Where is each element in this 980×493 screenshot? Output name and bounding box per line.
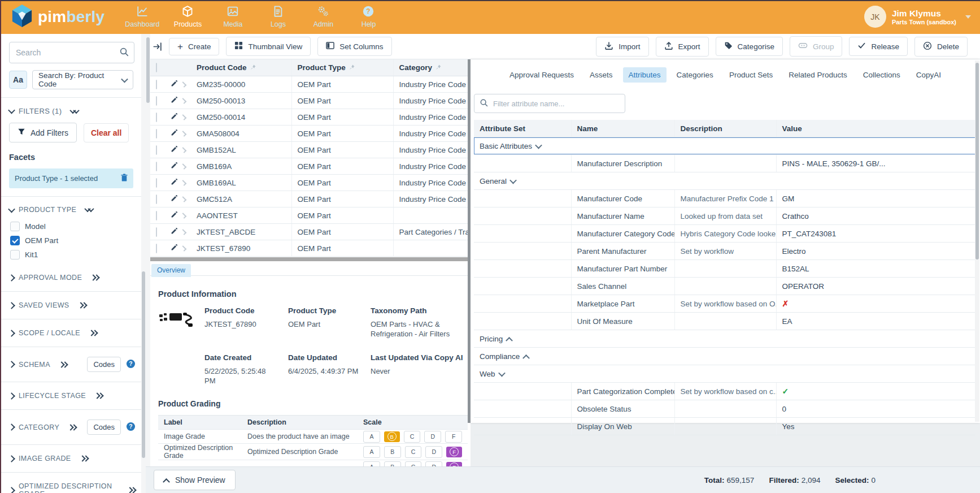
grade-c[interactable]: C [405,446,422,458]
help-icon[interactable]: ? [126,422,136,433]
search-input[interactable] [15,47,119,58]
tab-categories[interactable]: Categories [671,67,719,83]
product-code-cell[interactable]: GMC512A [191,191,291,207]
tab-attributes[interactable]: Attributes [623,67,667,83]
sidebar-section-approval-mode[interactable]: APPROVAL MODE [0,264,141,291]
attribute-row-manufacturer-part-number[interactable]: Manufacturer Part NumberB152AL [474,260,975,278]
expand-chevron-icon[interactable] [181,163,187,170]
attribute-row-marketplace-part[interactable]: Marketplace PartSet by workflow based on… [474,295,975,313]
thumbnail-view-button[interactable]: Thumbnail View [226,37,311,56]
search-icon[interactable] [119,47,129,59]
product-code-cell[interactable]: GM250-00013 [191,93,291,109]
expand-chevron-icon[interactable] [181,114,187,120]
filters-section-header[interactable]: FILTERS (1) [9,107,133,115]
table-row-gmc512a[interactable]: GMC512AOEM PartIndustry Price Code / Fic [150,191,468,207]
sidebar-section-schema[interactable]: SCHEMACodes? [0,347,141,382]
sidebar-section-category[interactable]: CATEGORYCodes? [0,409,141,444]
product-type-option-oem-part[interactable]: OEM Part [10,233,133,248]
expand-chevron-icon[interactable] [181,229,187,235]
column-product-code[interactable]: Product Code [191,59,291,76]
table-row-gm250-00014[interactable]: GM250-00014OEM PartIndustry Price Code /… [150,109,468,126]
column-attribute-set[interactable]: Attribute Set [474,120,571,137]
grade-c[interactable]: C [405,461,422,467]
nav-item-products[interactable]: Products [167,2,208,33]
row-checkbox[interactable] [156,162,157,171]
grade-a[interactable]: A [363,461,380,467]
edit-icon[interactable] [171,211,178,220]
drawer-scrollbar[interactable] [975,60,979,422]
table-row-gmb169a[interactable]: GMB169AOEM PartIndustry Price Code / Fic [150,158,468,175]
sidebar-scrollbar[interactable] [141,34,146,493]
product-code-cell[interactable]: JKTEST_67890 [191,240,291,257]
attribute-group-general[interactable]: General [474,172,975,190]
export-button[interactable]: Export [656,37,709,57]
column-name[interactable]: Name [571,120,674,137]
product-code-cell[interactable]: JKTEST_ABCDE [191,224,291,240]
tab-overview[interactable]: Overview [151,264,191,277]
pimberly-logo[interactable]: pimberly [11,4,104,30]
import-button[interactable]: Import [596,37,648,57]
column-value[interactable]: Value [776,120,975,137]
product-code-cell[interactable]: GM250-00014 [191,109,291,126]
attribute-row-parent-manufacturer[interactable]: Parent ManufacturerSet by workflowElectr… [474,243,975,260]
nav-item-admin[interactable]: Admin [303,2,343,33]
table-row-aaontest[interactable]: AAONTESTOEM Part [150,207,468,224]
product-code-cell[interactable]: GMB169A [191,158,291,175]
tab-assets[interactable]: Assets [584,67,619,83]
grade-d[interactable]: D [425,461,442,467]
row-checkbox[interactable] [156,145,157,155]
row-checkbox[interactable] [156,80,157,89]
chevron-down-icon[interactable] [498,370,506,377]
create-button[interactable]: + Create [169,38,219,55]
table-row-gm250-00013[interactable]: GM250-00013OEM PartIndustry Price Code /… [150,93,468,109]
grade-c[interactable]: C [404,431,421,443]
row-checkbox[interactable] [156,194,157,204]
table-row-jktest-abcde[interactable]: JKTEST_ABCDEOEM PartPart Categories / Tr… [150,224,468,240]
product-code-cell[interactable]: GMB152AL [191,142,291,158]
row-checkbox[interactable] [156,227,157,237]
tab-approval-requests[interactable]: Approval Requests [504,67,580,83]
product-type-option-kit1[interactable]: Kit1 [10,248,133,262]
grade-d[interactable]: D [425,446,442,458]
attribute-row-manufacturer-name[interactable]: Manufacturer NameLooked up from data set… [474,207,975,225]
edit-icon[interactable] [171,162,178,171]
edit-icon[interactable] [171,80,178,89]
tab-product-sets[interactable]: Product Sets [724,67,778,83]
edit-icon[interactable] [171,244,178,253]
user-menu[interactable]: JK Jim Klymus Parts Town (sandbox) [864,6,971,28]
expand-chevron-icon[interactable] [181,245,187,252]
release-button[interactable]: Release [849,37,908,56]
tab-copyai[interactable]: CopyAI [911,67,947,83]
product-code-cell[interactable]: GMB169AL [191,175,291,191]
expand-chevron-icon[interactable] [181,213,187,219]
edit-icon[interactable] [171,227,178,236]
expand-chevron-icon[interactable] [181,98,187,104]
grid-scrollbar[interactable] [146,34,150,466]
edit-icon[interactable] [171,113,178,122]
attribute-group-compliance[interactable]: Compliance [474,348,975,365]
table-row-jktest-67890[interactable]: JKTEST_67890OEM Part [150,240,468,257]
nav-item-media[interactable]: Media [212,2,253,33]
expand-chevron-icon[interactable] [181,180,187,186]
attribute-row-sales-channel[interactable]: Sales ChannelOPERATOR [474,278,975,295]
help-icon[interactable]: ? [126,359,136,370]
set-columns-button[interactable]: Set Columns [317,37,391,56]
edit-icon[interactable] [171,178,178,187]
row-checkbox[interactable] [156,244,157,253]
search-by-select[interactable]: Search By: Product Code [32,70,133,89]
codes-button[interactable]: Codes [87,357,121,372]
grade-f-active[interactable]: F [446,447,462,457]
attribute-group-pricing[interactable]: Pricing [474,330,975,348]
row-checkbox[interactable] [156,178,157,188]
row-checkbox[interactable] [156,129,157,139]
product-code-cell[interactable]: GMA508004 [191,126,291,142]
grade-b[interactable]: B [384,461,401,467]
sidebar-section-image-grade[interactable]: IMAGE GRADE [0,444,141,472]
edit-icon[interactable] [171,129,178,138]
pin-icon[interactable] [250,63,256,72]
delete-button[interactable]: Delete [914,37,968,57]
show-preview-button[interactable]: Show Preview [154,470,236,490]
table-row-gmb152al[interactable]: GMB152ALOEM PartIndustry Price Code / Fi… [150,142,468,158]
chevron-up-icon[interactable] [506,337,513,344]
row-checkbox[interactable] [156,96,157,106]
